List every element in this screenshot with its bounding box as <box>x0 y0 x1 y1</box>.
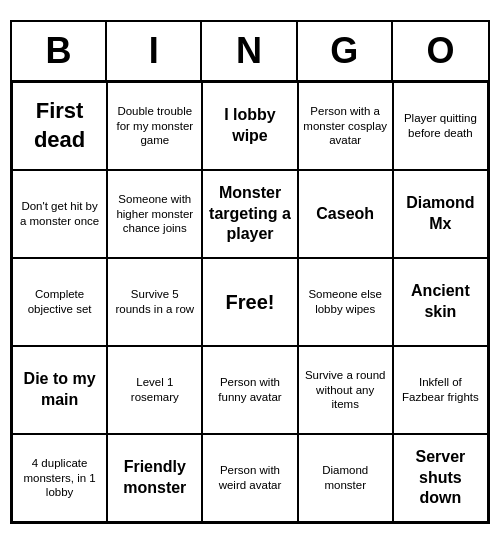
bingo-cell-2: I lobby wipe <box>202 82 297 170</box>
bingo-cell-1: Double trouble for my monster game <box>107 82 202 170</box>
bingo-letter-o: O <box>393 22 488 80</box>
bingo-cell-22: Person with weird avatar <box>202 434 297 522</box>
bingo-letter-b: B <box>12 22 107 80</box>
bingo-letter-i: I <box>107 22 202 80</box>
bingo-cell-6: Someone with higher monster chance joins <box>107 170 202 258</box>
bingo-header: BINGO <box>12 22 488 82</box>
bingo-cell-3: Person with a monster cosplay avatar <box>298 82 393 170</box>
bingo-card: BINGO First deadDouble trouble for my mo… <box>10 20 490 524</box>
bingo-cell-13: Someone else lobby wipes <box>298 258 393 346</box>
bingo-cell-9: Diamond Mx <box>393 170 488 258</box>
bingo-cell-14: Ancient skin <box>393 258 488 346</box>
bingo-cell-20: 4 duplicate monsters, in 1 lobby <box>12 434 107 522</box>
bingo-grid: First deadDouble trouble for my monster … <box>12 82 488 522</box>
bingo-cell-17: Person with funny avatar <box>202 346 297 434</box>
bingo-cell-16: Level 1 rosemary <box>107 346 202 434</box>
bingo-letter-n: N <box>202 22 297 80</box>
bingo-letter-g: G <box>298 22 393 80</box>
bingo-cell-24: Server shuts down <box>393 434 488 522</box>
bingo-cell-21: Friendly monster <box>107 434 202 522</box>
bingo-cell-4: Player quitting before death <box>393 82 488 170</box>
bingo-cell-10: Complete objective set <box>12 258 107 346</box>
bingo-cell-19: Inkfell of Fazbear frights <box>393 346 488 434</box>
bingo-cell-5: Don't get hit by a monster once <box>12 170 107 258</box>
bingo-cell-23: Diamond monster <box>298 434 393 522</box>
bingo-cell-18: Survive a round without any items <box>298 346 393 434</box>
bingo-cell-11: Survive 5 rounds in a row <box>107 258 202 346</box>
bingo-cell-12: Free! <box>202 258 297 346</box>
bingo-cell-0: First dead <box>12 82 107 170</box>
bingo-cell-8: Caseoh <box>298 170 393 258</box>
bingo-cell-15: Die to my main <box>12 346 107 434</box>
bingo-cell-7: Monster targeting a player <box>202 170 297 258</box>
